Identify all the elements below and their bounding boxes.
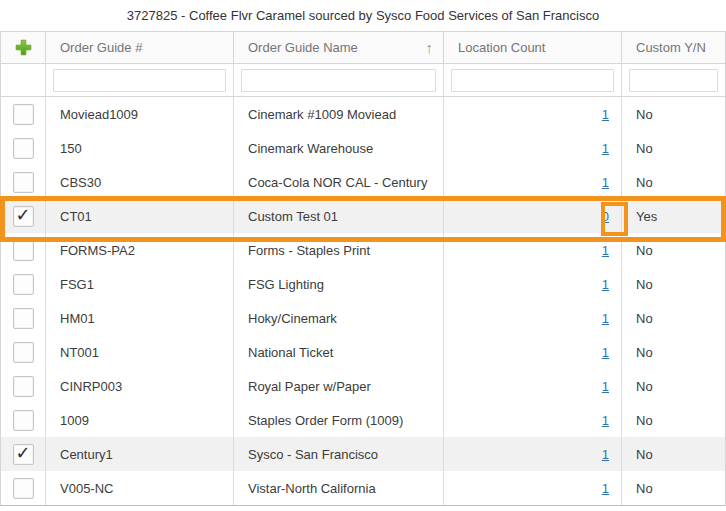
- location-count-link[interactable]: 1: [602, 311, 609, 326]
- row-checkbox[interactable]: ✓: [13, 104, 34, 125]
- location-count-link[interactable]: 1: [602, 107, 609, 122]
- location-count-link[interactable]: 1: [602, 481, 609, 496]
- order-guide-name-cell: Forms - Staples Print: [234, 233, 444, 267]
- location-count-link[interactable]: 1: [602, 413, 609, 428]
- column-header-location-count[interactable]: Location Count: [444, 32, 622, 63]
- column-header-label: Order Guide #: [60, 40, 142, 55]
- row-select-cell: ✓: [1, 267, 46, 301]
- column-header-custom-yn[interactable]: Custom Y/N: [622, 32, 725, 63]
- checkmark-icon: ✓: [15, 206, 30, 224]
- location-count-cell: 1: [444, 403, 622, 437]
- table-row: ✓ FORMS-PA2 Forms - Staples Print 1 No: [1, 233, 725, 267]
- location-count-link[interactable]: 1: [602, 141, 609, 156]
- custom-yn-cell: No: [622, 369, 725, 403]
- row-checkbox[interactable]: ✓: [13, 410, 34, 431]
- table-row: ✓ Moviead1009 Cinemark #1009 Moviead 1 N…: [1, 97, 725, 131]
- custom-yn-value: No: [636, 175, 653, 190]
- row-checkbox[interactable]: ✓: [13, 478, 34, 499]
- order-guide-number-cell: HM01: [46, 301, 234, 335]
- order-guide-number-cell: CBS30: [46, 165, 234, 199]
- order-guide-name-value: Hoky/Cinemark: [248, 311, 337, 326]
- custom-yn-cell: Yes: [622, 199, 725, 233]
- filter-custom-yn-input[interactable]: [629, 69, 718, 92]
- filter-cell-empty: [1, 64, 46, 96]
- custom-yn-value: No: [636, 379, 653, 394]
- row-checkbox[interactable]: ✓: [13, 376, 34, 397]
- row-checkbox[interactable]: ✓: [13, 342, 34, 363]
- filter-order-guide-name-input[interactable]: [241, 69, 436, 92]
- table-row: ✓ 150 Cinemark Warehouse 1 No: [1, 131, 725, 165]
- custom-yn-cell: No: [622, 165, 725, 199]
- row-select-cell: ✓: [1, 97, 46, 131]
- order-guide-number-cell: CINRP003: [46, 369, 234, 403]
- order-guide-name-cell: Coca-Cola NOR CAL - Century: [234, 165, 444, 199]
- order-guide-number-cell: FSG1: [46, 267, 234, 301]
- custom-yn-cell: No: [622, 471, 725, 505]
- table-row: ✓ CINRP003 Royal Paper w/Paper 1 No: [1, 369, 725, 403]
- row-checkbox[interactable]: ✓: [13, 444, 34, 465]
- row-checkbox[interactable]: ✓: [13, 172, 34, 193]
- order-guide-number-cell: 1009: [46, 403, 234, 437]
- order-guide-name-value: Cinemark Warehouse: [248, 141, 373, 156]
- location-count-cell: 1: [444, 437, 622, 471]
- column-header-order-guide-number[interactable]: Order Guide #: [46, 32, 234, 63]
- location-count-link[interactable]: 1: [602, 379, 609, 394]
- order-guide-name-value: Cinemark #1009 Moviead: [248, 107, 396, 122]
- location-count-link[interactable]: 1: [602, 277, 609, 292]
- column-header-label: Location Count: [458, 40, 545, 55]
- table-row: ✓ NT001 National Ticket 1 No: [1, 335, 725, 369]
- order-guide-number-cell: Century1: [46, 437, 234, 471]
- filter-location-count-input[interactable]: [451, 69, 614, 92]
- custom-yn-cell: No: [622, 301, 725, 335]
- table-row: ✓ 1009 Staples Order Form (1009) 1 No: [1, 403, 725, 437]
- row-select-cell: ✓: [1, 233, 46, 267]
- order-guide-number-value: CT01: [60, 209, 92, 224]
- custom-yn-cell: No: [622, 335, 725, 369]
- custom-yn-cell: No: [622, 233, 725, 267]
- order-guide-number-cell: 150: [46, 131, 234, 165]
- grid-header-row: Order Guide # Order Guide Name ↑ Locatio…: [1, 32, 725, 64]
- order-guide-number-value: Moviead1009: [60, 107, 138, 122]
- row-select-cell: ✓: [1, 437, 46, 471]
- custom-yn-cell: No: [622, 97, 725, 131]
- order-guide-name-value: National Ticket: [248, 345, 333, 360]
- order-guide-number-cell: NT001: [46, 335, 234, 369]
- location-count-link[interactable]: 1: [602, 175, 609, 190]
- plus-icon: [15, 39, 32, 56]
- table-row: ✓ Century1 Sysco - San Francisco 1 No: [1, 437, 725, 471]
- location-count-cell: 1: [444, 267, 622, 301]
- custom-yn-value: No: [636, 447, 653, 462]
- location-count-link[interactable]: 1: [602, 447, 609, 462]
- row-checkbox[interactable]: ✓: [13, 308, 34, 329]
- location-count-cell: 1: [444, 335, 622, 369]
- location-count-link[interactable]: 1: [602, 345, 609, 360]
- custom-yn-cell: No: [622, 437, 725, 471]
- custom-yn-cell: No: [622, 403, 725, 437]
- order-guide-number-cell: V005-NC: [46, 471, 234, 505]
- order-guide-name-cell: Royal Paper w/Paper: [234, 369, 444, 403]
- row-checkbox[interactable]: ✓: [13, 206, 34, 227]
- custom-yn-cell: No: [622, 131, 725, 165]
- order-guide-number-cell: FORMS-PA2: [46, 233, 234, 267]
- order-guide-number-value: FSG1: [60, 277, 94, 292]
- location-count-link[interactable]: 1: [602, 243, 609, 258]
- row-checkbox[interactable]: ✓: [13, 274, 34, 295]
- filter-cell-order-guide-name: [234, 64, 444, 96]
- order-guide-name-cell: National Ticket: [234, 335, 444, 369]
- row-select-cell: ✓: [1, 471, 46, 505]
- filter-order-guide-number-input[interactable]: [53, 69, 226, 92]
- filter-cell-order-guide-number: [46, 64, 234, 96]
- row-checkbox[interactable]: ✓: [13, 240, 34, 261]
- row-checkbox[interactable]: ✓: [13, 138, 34, 159]
- location-count-cell: 1: [444, 131, 622, 165]
- location-count-cell: 1: [444, 165, 622, 199]
- add-order-guide-button[interactable]: [1, 32, 46, 63]
- order-guide-number-value: 150: [60, 141, 82, 156]
- order-guide-number-value: Century1: [60, 447, 113, 462]
- row-select-cell: ✓: [1, 131, 46, 165]
- location-count-link[interactable]: 0: [602, 209, 609, 224]
- custom-yn-cell: No: [622, 267, 725, 301]
- column-header-order-guide-name[interactable]: Order Guide Name ↑: [234, 32, 444, 63]
- order-guide-name-value: Vistar-North California: [248, 481, 376, 496]
- custom-yn-value: No: [636, 413, 653, 428]
